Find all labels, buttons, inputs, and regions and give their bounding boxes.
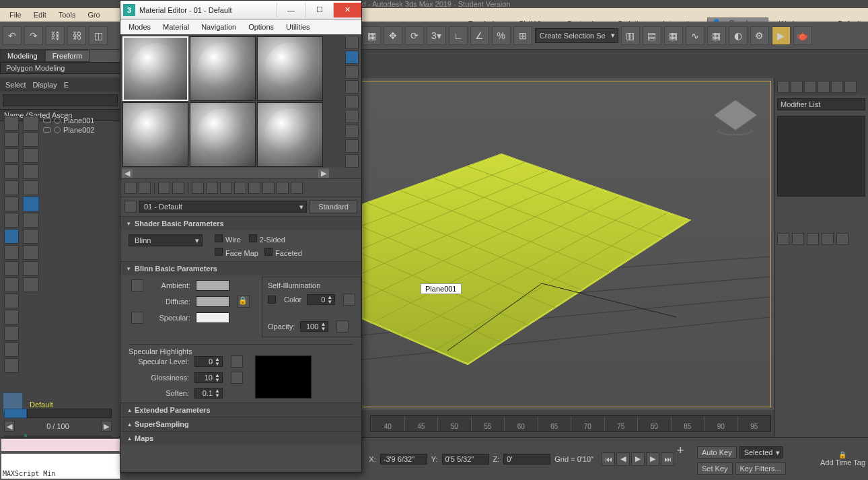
background-icon[interactable] — [345, 65, 359, 79]
menu-edit[interactable]: Edit — [28, 9, 52, 20]
col-light-icon[interactable] — [23, 148, 39, 163]
ambient-swatch[interactable] — [196, 280, 229, 291]
filter-space-icon[interactable] — [4, 213, 19, 228]
menu-group[interactable]: Gro — [82, 9, 105, 20]
key-filters-button[interactable]: Key Filters... — [735, 462, 786, 475]
config-icon[interactable] — [836, 233, 848, 245]
select-by-mat-icon[interactable] — [345, 139, 359, 153]
filter-shapes-icon[interactable] — [4, 148, 19, 163]
set-key-button[interactable]: Set Key — [697, 462, 733, 475]
unlink-button[interactable]: ⛓̸ — [67, 26, 86, 45]
schematic-button[interactable]: ▦ — [707, 26, 726, 45]
timeline-ruler[interactable]: 40 45 50 55 60 65 70 75 80 85 90 95 — [370, 415, 771, 432]
utilities-tab-icon[interactable] — [844, 81, 857, 93]
si-map-button[interactable] — [343, 294, 355, 306]
slot-scrollbar[interactable]: ◀▶ — [122, 168, 329, 178]
key-mode-button[interactable]: + — [677, 444, 694, 461]
snap-button[interactable]: ∟ — [449, 26, 468, 45]
move-button[interactable]: ✥ — [384, 26, 402, 45]
me-menu-material[interactable]: Material — [157, 22, 194, 32]
display-tab-icon[interactable] — [831, 81, 843, 93]
sample-slot[interactable] — [257, 102, 323, 167]
put-to-lib-icon[interactable] — [220, 182, 232, 194]
filter-group-icon[interactable] — [4, 294, 19, 308]
material-editor-titlebar[interactable]: 3 Material Editor - 01 - Default — ☐ ✕ — [120, 1, 361, 20]
bind-button[interactable]: ◫ — [89, 26, 108, 45]
make-unique-icon[interactable] — [206, 182, 218, 194]
modifier-stack[interactable] — [777, 116, 865, 197]
maxscript-listener[interactable]: MAXScript Min — [1, 454, 120, 479]
unique-icon[interactable] — [807, 233, 819, 245]
hierarchy-tab-icon[interactable] — [804, 81, 816, 93]
z-coord-input[interactable]: 0' — [503, 454, 550, 465]
remove-mod-icon[interactable] — [822, 233, 834, 245]
me-menu-utilities[interactable]: Utilities — [281, 22, 315, 32]
filter-misc-icon[interactable] — [4, 358, 19, 373]
teapot-icon[interactable]: 🫖 — [793, 26, 812, 45]
curve-editor-button[interactable]: ∿ — [686, 26, 704, 45]
specular-swatch[interactable] — [196, 312, 229, 323]
col-selected-icon[interactable] — [23, 197, 39, 211]
rollout-header[interactable]: ▸SuperSampling — [120, 417, 361, 431]
matid-icon[interactable] — [345, 154, 359, 168]
soften-spinner[interactable]: 0.1▲▼ — [194, 388, 223, 399]
tab-modeling[interactable]: Modeling — [0, 50, 45, 62]
get-material-icon[interactable] — [124, 182, 137, 194]
pick-material-icon[interactable] — [124, 201, 137, 213]
put-to-scene-icon[interactable] — [139, 182, 151, 194]
filter-xref-icon[interactable] — [4, 277, 19, 292]
show-end-icon[interactable] — [792, 233, 804, 245]
sample-slot[interactable] — [190, 36, 256, 101]
col-grid-icon[interactable] — [23, 245, 39, 260]
scene-edit[interactable]: E — [64, 81, 69, 89]
filter-frozen-icon[interactable] — [4, 326, 19, 341]
sample-uv-icon[interactable] — [345, 80, 359, 94]
diffuse-swatch[interactable] — [196, 296, 229, 307]
tab-freeform[interactable]: Freeform — [45, 50, 90, 62]
wire-checkbox[interactable] — [215, 234, 223, 242]
maximize-button[interactable]: ☐ — [305, 3, 333, 18]
visibility-icon[interactable] — [43, 127, 51, 133]
close-button[interactable]: ✕ — [333, 3, 361, 18]
undo-button[interactable]: ↶ — [3, 26, 22, 45]
sample-slot[interactable] — [122, 36, 188, 101]
link-button[interactable]: ⛓ — [46, 26, 65, 45]
filter-bone-icon[interactable] — [4, 245, 19, 260]
2sided-checkbox[interactable] — [249, 234, 257, 242]
me-menu-modes[interactable]: Modes — [123, 22, 156, 32]
modify-tab-icon[interactable] — [791, 81, 803, 93]
filter-layer-icon[interactable] — [4, 342, 19, 357]
spec-level-map-button[interactable] — [231, 355, 243, 368]
sample-slot[interactable] — [190, 102, 256, 167]
modifier-list-dropdown[interactable]: Modifier List — [777, 98, 865, 110]
create-tab-icon[interactable] — [777, 81, 789, 93]
filter-all-icon[interactable] — [4, 116, 19, 131]
options-icon[interactable] — [345, 125, 359, 138]
percent-snap-button[interactable]: % — [492, 26, 511, 45]
scene-item-name[interactable]: Plane002 — [63, 126, 95, 134]
scene-display[interactable]: Display — [33, 81, 57, 89]
sample-slot[interactable] — [257, 36, 323, 101]
show-end-result-icon[interactable] — [262, 182, 275, 194]
redo-button[interactable]: ↷ — [24, 26, 43, 45]
freeze-icon[interactable] — [54, 117, 61, 124]
col-display-icon[interactable] — [23, 132, 39, 147]
go-parent-icon[interactable] — [277, 182, 289, 194]
rollout-header[interactable]: ▾Blinn Basic Parameters — [120, 262, 361, 275]
visibility-icon[interactable] — [43, 118, 51, 123]
filter-camera-icon[interactable] — [4, 180, 19, 195]
show-in-vp-icon[interactable] — [248, 182, 260, 194]
rollout-header[interactable]: ▸Extended Parameters — [120, 403, 361, 417]
menu-file[interactable]: File — [4, 9, 27, 20]
polygon-modeling-panel[interactable]: Polygon Modeling — [0, 62, 121, 74]
prev-frame-button[interactable]: ◀ — [4, 421, 15, 432]
col-wave-icon[interactable] — [23, 180, 39, 195]
viewcube[interactable] — [714, 95, 757, 138]
me-menu-navigation[interactable]: Navigation — [196, 22, 242, 32]
col-box-icon[interactable] — [23, 164, 39, 179]
time-slider[interactable] — [4, 409, 112, 418]
next-frame-button[interactable]: ▶ — [101, 421, 112, 432]
next-frame-button[interactable]: ▶ — [646, 452, 659, 466]
rollout-header[interactable]: ▾Shader Basic Parameters — [120, 217, 361, 230]
sample-type-icon[interactable] — [345, 36, 359, 49]
